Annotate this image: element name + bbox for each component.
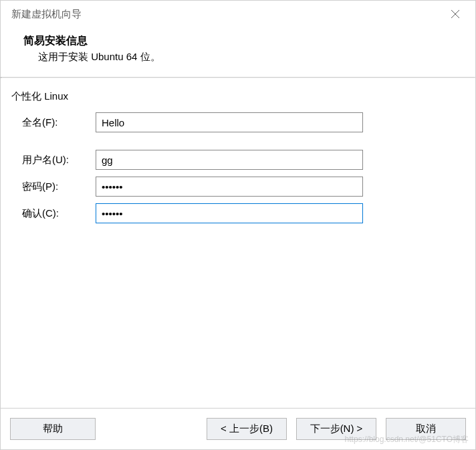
- next-button[interactable]: 下一步(N) >: [296, 418, 376, 440]
- input-password[interactable]: [96, 177, 363, 197]
- page-title: 简易安装信息: [23, 34, 465, 48]
- form-body: 个性化 Linux 全名(F): 用户名(U): 密码(P): 确认(C):: [1, 78, 475, 223]
- back-button[interactable]: < 上一步(B): [207, 418, 287, 440]
- row-full-name: 全名(F):: [11, 112, 465, 132]
- row-password: 密码(P):: [11, 177, 465, 197]
- help-button[interactable]: 帮助: [10, 418, 96, 440]
- label-confirm: 确认(C):: [11, 207, 96, 220]
- label-full-name: 全名(F):: [11, 116, 96, 129]
- input-confirm[interactable]: [96, 203, 363, 223]
- button-bar: 帮助 < 上一步(B) 下一步(N) > 取消: [1, 408, 475, 449]
- wizard-header: 简易安装信息 这用于安装 Ubuntu 64 位。: [1, 27, 475, 77]
- row-user-name: 用户名(U):: [11, 150, 465, 170]
- label-password: 密码(P):: [11, 181, 96, 193]
- close-icon[interactable]: [446, 5, 465, 23]
- titlebar: 新建虚拟机向导: [1, 1, 475, 27]
- cancel-button[interactable]: 取消: [386, 418, 466, 440]
- input-user-name[interactable]: [96, 150, 363, 170]
- page-subtitle: 这用于安装 Ubuntu 64 位。: [38, 51, 465, 64]
- section-title: 个性化 Linux: [11, 90, 465, 103]
- label-user-name: 用户名(U):: [11, 154, 96, 166]
- input-full-name[interactable]: [96, 112, 363, 132]
- window-title: 新建虚拟机向导: [11, 8, 82, 21]
- nav-buttons: < 上一步(B) 下一步(N) > 取消: [207, 418, 466, 440]
- row-confirm: 确认(C):: [11, 203, 465, 223]
